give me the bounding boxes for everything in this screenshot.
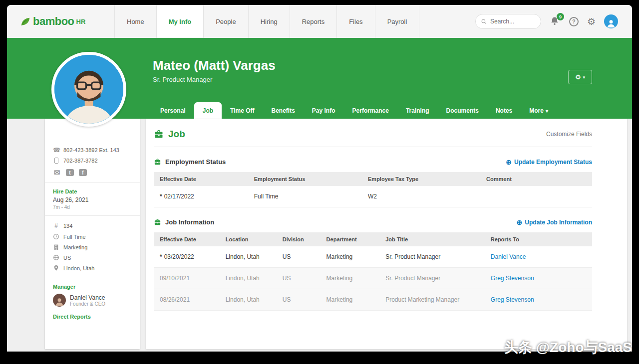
clock-icon (53, 233, 59, 240)
column-header: Reports To (485, 232, 592, 246)
twitter-icon[interactable]: t (66, 169, 74, 176)
column-header: Effective Date (154, 232, 220, 246)
manager-label: Manager (45, 283, 140, 291)
employee-id-row: # 134 (45, 220, 140, 231)
reports-to-link[interactable]: Greg Stevenson (491, 296, 534, 303)
tab-notes[interactable]: Notes (487, 102, 521, 119)
table-cell: Product Marketing Manager (379, 289, 485, 311)
nav-item-files[interactable]: Files (336, 5, 374, 38)
division-row: US (45, 252, 140, 263)
tab-documents[interactable]: Documents (438, 102, 487, 119)
job-information-table: Effective Date Location Division Departm… (154, 232, 592, 311)
table-cell: 08/26/2021 (154, 289, 220, 311)
current-marker: * (160, 193, 162, 200)
update-employment-status-button[interactable]: ⊕ Update Employment Status (506, 159, 592, 166)
reports-to-link[interactable]: Greg Stevenson (491, 275, 534, 282)
division: US (63, 255, 71, 261)
nav-item-my-info[interactable]: My Info (156, 5, 204, 38)
plus-circle-icon: ⊕ (506, 159, 512, 166)
briefcase-icon (154, 218, 161, 226)
column-header: Department (320, 232, 380, 246)
bamboohr-app-window: bamboo HR Home My Info People Hiring Rep… (7, 5, 632, 352)
location-row: Lindon, Utah (45, 263, 140, 273)
watermark-text: 头条 @Zoho与SaaS (504, 338, 632, 357)
logo-hr-text: HR (76, 18, 86, 25)
manager-row[interactable]: Daniel Vance Founder & CEO (45, 291, 140, 310)
table-cell: Greg Stevenson (485, 268, 592, 289)
tab-pay-info[interactable]: Pay Info (304, 102, 344, 119)
tab-personal[interactable]: Personal (152, 102, 194, 119)
nav-item-reports[interactable]: Reports (290, 5, 337, 38)
manager-title: Founder & CEO (70, 301, 105, 307)
notifications-button[interactable]: 9 (550, 16, 561, 27)
divider (45, 182, 140, 183)
update-job-information-button[interactable]: ⊕ Update Job Information (517, 219, 592, 226)
table-cell: US (277, 289, 320, 311)
divider (45, 278, 140, 278)
job-tab-content: Job Customize Fields Employment Status ⊕… (146, 119, 627, 349)
notification-count-badge: 9 (557, 13, 564, 20)
profile-tabs: Personal Job Time Off Benefits Pay Info … (152, 102, 557, 119)
table-cell: US (277, 268, 320, 289)
department-row: Marketing (45, 242, 140, 252)
table-cell: 09/10/2021 (154, 268, 220, 289)
employee-name: Mateo (Matt) Vargas (153, 58, 276, 73)
table-cell: Greg Stevenson (485, 289, 592, 311)
plus-circle-icon: ⊕ (517, 219, 523, 226)
hire-date-label: Hire Date (45, 187, 140, 195)
nav-item-home[interactable]: Home (114, 5, 156, 38)
page-title: Job (168, 129, 185, 140)
nav-item-hiring[interactable]: Hiring (248, 5, 290, 38)
tab-job[interactable]: Job (194, 102, 222, 119)
question-icon: ? (572, 18, 576, 24)
table-cell: *02/17/2022 (154, 186, 248, 207)
job-information-title: Job Information (165, 218, 214, 226)
settings-button[interactable]: ⚙ (587, 17, 596, 26)
department: Marketing (63, 244, 87, 250)
direct-reports-link[interactable]: Direct Reports (45, 313, 140, 321)
table-cell: Lindon, Utah (220, 268, 277, 289)
gear-icon: ⚙ (587, 16, 596, 27)
employment-status-section: Employment Status ⊕ Update Employment St… (154, 158, 592, 207)
table-cell: Marketing (320, 268, 380, 289)
phone-icon: ☎ (53, 147, 59, 154)
tenure-value: 7m - 4d (45, 204, 140, 211)
bamboohr-logo[interactable]: bamboo HR (7, 5, 114, 38)
work-phone-row: ☎ 802-423-3892 Ext. 143 (45, 145, 140, 156)
hire-date-value: Aug 26, 2021 (45, 195, 140, 204)
tab-training[interactable]: Training (397, 102, 438, 119)
location-pin-icon (53, 265, 59, 271)
tab-more[interactable]: More▾ (521, 102, 557, 119)
employee-photo[interactable] (51, 52, 126, 127)
reports-to-link[interactable]: Daniel Vance (491, 253, 526, 260)
search-input[interactable] (490, 18, 535, 25)
tab-performance[interactable]: Performance (344, 102, 397, 119)
briefcase-icon (154, 158, 161, 166)
table-cell: Marketing (320, 246, 380, 268)
divider (45, 215, 140, 216)
user-avatar[interactable] (604, 14, 618, 28)
gear-icon: ⚙ (575, 73, 581, 81)
email-icon[interactable]: ✉ (53, 169, 61, 176)
location: Lindon, Utah (63, 265, 94, 271)
social-links: ✉ t f (45, 166, 140, 178)
facebook-icon[interactable]: f (79, 169, 87, 176)
table-cell: Lindon, Utah (220, 246, 277, 268)
hash-icon: # (53, 222, 59, 229)
column-header: Location (220, 232, 277, 246)
column-header: Division (277, 232, 320, 246)
nav-item-payroll[interactable]: Payroll (375, 5, 420, 38)
nav-item-people[interactable]: People (203, 5, 248, 38)
tab-benefits[interactable]: Benefits (263, 102, 304, 119)
employee-actions-button[interactable]: ⚙ ▾ (568, 70, 592, 84)
person-icon (606, 18, 616, 28)
logo-text: bamboo (33, 15, 74, 28)
search-box[interactable] (475, 14, 541, 29)
table-cell: Marketing (320, 289, 380, 311)
help-button[interactable]: ? (569, 17, 579, 26)
table-cell: Sr. Product Manager (379, 268, 485, 289)
main-nav-menu: Home My Info People Hiring Reports Files… (114, 5, 419, 38)
customize-fields-link[interactable]: Customize Fields (546, 131, 592, 138)
chevron-down-icon: ▾ (583, 75, 586, 80)
tab-time-off[interactable]: Time Off (222, 102, 263, 119)
